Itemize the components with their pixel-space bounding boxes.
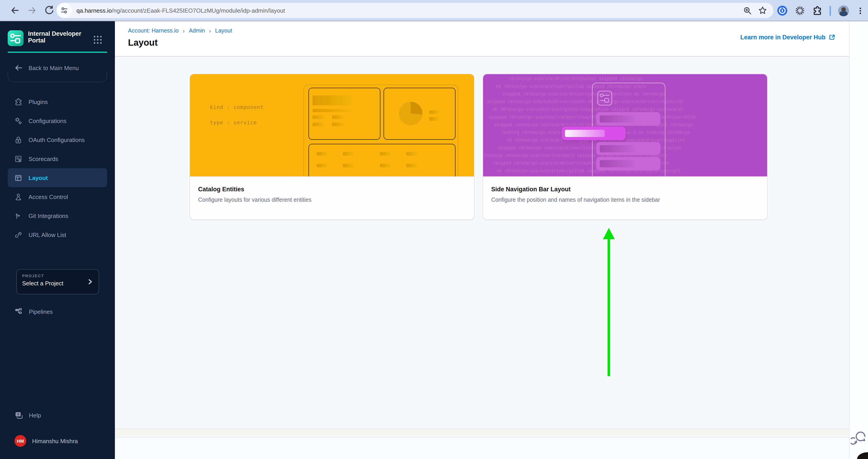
back-to-main-menu[interactable]: Back to Main Menu — [14, 63, 79, 72]
page-header: Account: Harness.io › Admin › Layout Lay… — [115, 21, 849, 57]
browser-back-icon[interactable] — [10, 5, 20, 15]
toolbar-separator — [830, 6, 831, 15]
url-domain: qa.harness.io — [76, 7, 112, 14]
chevron-right-icon — [87, 278, 93, 285]
sidebar-item-label: Help — [29, 412, 41, 419]
sidebar-item-label: URL Allow List — [29, 231, 66, 238]
sidebar-item-url-allow-list[interactable]: URL Allow List — [8, 225, 107, 244]
arrow-left-icon — [14, 63, 23, 72]
browser-profile-avatar[interactable] — [838, 5, 849, 16]
mock-nav-pill-dragged — [562, 127, 625, 140]
browser-forward-icon[interactable] — [27, 5, 37, 15]
mock-yaml-line: kind : component — [210, 104, 264, 110]
card-title: Catalog Entities — [198, 186, 466, 193]
breadcrumb-account[interactable]: Account: Harness.io — [128, 28, 179, 34]
sidebar-user[interactable]: HM Himanshu Mishra — [14, 435, 78, 447]
browser-refresh-icon[interactable] — [44, 5, 54, 15]
sidebar-item-configurations[interactable]: Configurations — [8, 111, 107, 130]
sidebar-item-label: Configurations — [29, 117, 66, 124]
sidebar-item-git-integrations[interactable]: Git Integrations — [8, 206, 107, 225]
pipelines-icon — [14, 307, 23, 316]
extensions-puzzle-icon[interactable] — [812, 6, 822, 15]
project-selector[interactable]: PROJECT Select a Project — [16, 269, 99, 294]
browser-menu-icon[interactable] — [856, 6, 864, 15]
sidebar-item-oauth-configurations[interactable]: OAuth Configurations — [8, 130, 107, 149]
spinner-extension-icon[interactable] — [795, 5, 805, 16]
layout-icon — [14, 173, 23, 182]
back-to-main-menu-label: Back to Main Menu — [29, 64, 79, 71]
side-nav-illustration: /drone/go-scm/scm/driver/bitbucket skipp… — [483, 74, 767, 176]
breadcrumb-admin[interactable]: Admin — [189, 28, 205, 34]
product-title: Internal Developer Portal — [28, 30, 85, 44]
mock-yaml-line: type : service — [210, 120, 257, 126]
main-content: Account: Harness.io › Admin › Layout Lay… — [115, 21, 849, 459]
sidebar-item-scorecards[interactable]: Scorecards — [8, 149, 107, 168]
mock-nav-pill — [596, 157, 660, 170]
sidebar-item-label: Git Integrations — [29, 212, 68, 219]
card-description: Configure the position and names of navi… — [491, 197, 759, 203]
breadcrumb-separator-icon: › — [183, 28, 185, 33]
sidebar-item-label: OAuth Configurations — [29, 136, 85, 143]
zoom-page-icon[interactable] — [743, 6, 752, 15]
screen: qa.harness.io/ng/account/zEaak-FLS425IEO… — [0, 0, 868, 459]
gears-icon — [14, 117, 23, 125]
help-chat-icon: ? — [14, 411, 24, 420]
footer-area — [115, 438, 849, 459]
annotation-arrow-up — [602, 228, 615, 377]
sidebar-item-label: Plugins — [29, 98, 48, 105]
mock-pie-chart — [399, 102, 423, 125]
page-title: Layout — [128, 37, 158, 48]
sidebar-item-label: Layout — [29, 174, 48, 181]
svg-text:?: ? — [17, 412, 19, 416]
sidebar-item-access-control[interactable]: Access Control — [8, 187, 107, 206]
url-path: /ng/account/zEaak-FLS425IEO7OLzMUg/modul… — [112, 7, 285, 14]
right-gutter — [849, 21, 868, 459]
sidebar-item-pipelines[interactable]: Pipelines — [14, 306, 53, 318]
site-settings-icon[interactable] — [57, 3, 72, 18]
sidebar-accent-divider — [8, 52, 107, 53]
card-title: Side Navigation Bar Layout — [491, 186, 759, 193]
git-branch-icon — [14, 211, 23, 220]
card-catalog-entities[interactable]: kind : component type : service — [189, 74, 474, 220]
back-section-border — [8, 71, 107, 82]
browser-toolbar: qa.harness.io/ng/account/zEaak-FLS425IEO… — [0, 0, 868, 21]
breadcrumb-separator-icon: › — [209, 28, 211, 33]
sidebar-item-plugins[interactable]: Plugins — [8, 92, 107, 111]
breadcrumb-layout[interactable]: Layout — [215, 28, 232, 34]
mock-nav-pill — [596, 112, 660, 126]
lock-icon — [14, 135, 23, 144]
project-selector-label: PROJECT — [22, 273, 93, 278]
sidebar: Internal Developer Portal Back to Main M… — [0, 21, 115, 459]
scorecard-icon — [14, 155, 23, 163]
sidebar-item-help[interactable]: ? Help — [14, 409, 41, 421]
sidebar-item-label: Access Control — [29, 193, 68, 200]
external-link-icon — [829, 34, 835, 41]
sidebar-item-label: Scorecards — [29, 155, 58, 162]
footer-band — [115, 429, 849, 438]
url-text[interactable]: qa.harness.io/ng/account/zEaak-FLS425IEO… — [76, 7, 285, 14]
sidebar-item-label: Pipelines — [29, 308, 53, 315]
user-name: Himanshu Mishra — [32, 437, 78, 444]
sidebar-item-layout[interactable]: Layout — [8, 168, 107, 187]
card-side-navigation-bar-layout[interactable]: /drone/go-scm/scm/driver/bitbucket skipp… — [483, 74, 768, 220]
password-manager-extension-icon[interactable] — [777, 5, 787, 16]
puzzle-icon — [14, 97, 23, 106]
breadcrumb: Account: Harness.io › Admin › Layout — [128, 28, 232, 34]
bookmark-star-icon[interactable] — [758, 6, 767, 15]
support-chat-icon[interactable] — [851, 430, 867, 446]
mock-idp-logo-icon — [597, 91, 613, 106]
user-avatar: HM — [14, 435, 26, 447]
card-description: Configure layouts for various different … — [198, 197, 466, 203]
sidebar-nav: Plugins Configurations OAuth Configurati… — [0, 92, 115, 244]
idp-logo-icon — [8, 30, 24, 46]
mock-table-card — [308, 144, 456, 176]
catalog-entities-illustration: kind : component type : service — [190, 74, 474, 176]
learn-more-link[interactable]: Learn more in Developer Hub — [740, 34, 835, 41]
app-grid-icon[interactable] — [93, 35, 111, 45]
project-selector-value: Select a Project — [22, 280, 93, 287]
link-icon — [14, 230, 23, 239]
mock-nav-pill — [596, 142, 660, 155]
person-icon — [14, 192, 23, 201]
address-bar[interactable]: qa.harness.io/ng/account/zEaak-FLS425IEO… — [57, 3, 773, 18]
